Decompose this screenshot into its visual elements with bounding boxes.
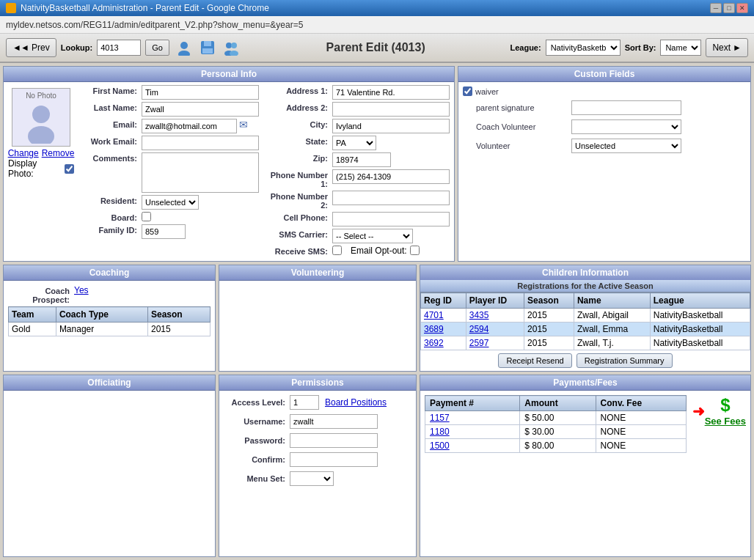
address-text: myldev.netsos.com/REG11/admin/editparent… (6, 20, 303, 30)
payments-content: Payment # Amount Conv. Fee 1157 $ 50.00 … (425, 395, 746, 453)
conv-fee-cell: NONE (596, 411, 686, 425)
work-email-input[interactable] (142, 136, 259, 150)
save-icon-button[interactable] (197, 37, 218, 58)
last-name-input[interactable] (142, 102, 259, 117)
address2-input[interactable] (332, 102, 450, 117)
permissions-body: Access Level: Board Positions Username: … (219, 391, 416, 495)
first-name-input[interactable] (142, 85, 259, 100)
email-optout-checkbox[interactable] (410, 246, 420, 255)
resident-select[interactable]: Unselected (142, 195, 199, 210)
see-fees-area: ➜ $ See Fees (692, 395, 746, 427)
password-input[interactable] (290, 433, 378, 448)
next-button[interactable]: Next ► (706, 38, 748, 57)
prev-button[interactable]: ◄ ◄ Prev (6, 38, 56, 57)
table-row: 1500 $ 80.00 NONE (425, 439, 687, 453)
col-conv-fee: Conv. Fee (596, 396, 686, 411)
coaching-body: Coach Prospect: Yes Team Coach Type Seas… (4, 281, 215, 341)
payments-panel: Payments/Fees Payment # Amount Conv. Fee (420, 375, 751, 557)
permissions-header: Permissions (219, 375, 416, 391)
email-input[interactable] (142, 119, 237, 133)
phone2-input[interactable] (332, 191, 450, 205)
people-icon-button[interactable] (221, 37, 241, 58)
go-button[interactable]: Go (145, 40, 169, 56)
payments-table: Payment # Amount Conv. Fee 1157 $ 50.00 … (425, 395, 687, 453)
volunteer-select[interactable]: Unselected (571, 139, 681, 153)
col-season: Season (524, 293, 574, 309)
username-label: Username: (224, 417, 290, 426)
change-photo-link[interactable]: Change (8, 148, 39, 158)
custom-fields-header: Custom Fields (458, 67, 750, 82)
col-player-id: Player ID (466, 293, 524, 309)
parent-sig-row: parent signature (463, 100, 746, 115)
access-level-input[interactable] (290, 395, 319, 410)
maximize-button[interactable]: □ (723, 3, 735, 13)
receipt-resend-button[interactable]: Receipt Resend (498, 353, 571, 368)
waiver-checkbox[interactable] (463, 86, 472, 96)
address1-input[interactable] (332, 85, 450, 100)
coach-vol-select[interactable] (571, 119, 681, 134)
remove-photo-link[interactable]: Remove (42, 148, 75, 158)
reg-id-cell: 4701 (421, 309, 466, 323)
svg-rect-4 (202, 48, 213, 54)
close-button[interactable]: ✕ (736, 3, 748, 13)
league-select[interactable]: NativityBasketb (546, 40, 621, 56)
email-optout-label: Email Opt-out: (351, 246, 407, 256)
col-league: League (650, 293, 750, 309)
amount-cell: $ 30.00 (520, 425, 596, 439)
payment-num-cell: 1180 (425, 425, 520, 439)
season-cell: 2015 (524, 309, 574, 323)
coach-prospect-value[interactable]: Yes (74, 285, 89, 295)
cell-input[interactable] (332, 212, 450, 226)
zip-input[interactable] (332, 152, 391, 167)
receive-sms-checkbox[interactable] (332, 246, 342, 255)
password-label: Password: (224, 436, 290, 445)
family-id-input[interactable] (142, 224, 186, 239)
volunteer-row: Volunteer Unselected (463, 139, 746, 153)
lookup-input[interactable] (97, 40, 141, 56)
volunteer-label: Volunteer (476, 141, 571, 150)
col-name: Name (574, 293, 650, 309)
phone1-row: Phone Number 1: (266, 169, 450, 188)
phone1-input[interactable] (332, 169, 450, 184)
parent-sig-input[interactable] (571, 100, 681, 115)
toolbar-icons (174, 37, 241, 58)
left-section: No Photo Change Remove (8, 85, 259, 258)
state-select[interactable]: PA (332, 136, 376, 150)
coaching-header: Coaching (4, 265, 215, 281)
confirm-input[interactable] (290, 452, 378, 467)
state-label: State: (266, 136, 332, 146)
top-panels-row: Personal Info No Photo (3, 66, 751, 262)
cell-label: Cell Phone: (266, 212, 332, 222)
conv-fee-cell: NONE (596, 425, 686, 439)
email-icon[interactable]: ✉ (239, 119, 248, 130)
menu-set-select[interactable] (290, 471, 334, 486)
display-photo-checkbox[interactable] (65, 164, 74, 174)
see-fees-link[interactable]: See Fees (705, 416, 746, 427)
address2-label: Address 2: (266, 102, 332, 112)
conv-fee-cell: NONE (596, 439, 686, 453)
season-cell: 2015 (524, 323, 574, 336)
comments-row: Comments: (76, 152, 259, 193)
custom-fields-panel: Custom Fields waiver parent signature Co… (458, 66, 751, 262)
username-input[interactable] (290, 414, 378, 429)
coach-prospect-row: Coach Prospect: Yes (8, 285, 211, 304)
name-cell: Zwall, Abigail (574, 309, 650, 323)
payments-table-wrapper: Payment # Amount Conv. Fee 1157 $ 50.00 … (425, 395, 687, 453)
sms-carrier-select[interactable]: -- Select -- (332, 229, 413, 243)
minimize-button[interactable]: ─ (710, 3, 722, 13)
confirm-row: Confirm: (224, 452, 411, 467)
first-name-row: First Name: (76, 85, 259, 100)
sortby-select[interactable]: Name (660, 40, 701, 56)
reg-summary-button[interactable]: Registration Summary (577, 353, 673, 368)
user-icon-button[interactable] (174, 37, 194, 58)
board-positions-link[interactable]: Board Positions (325, 397, 387, 408)
city-input[interactable] (332, 119, 450, 133)
comments-textarea[interactable] (142, 152, 259, 193)
col-team: Team (9, 307, 56, 323)
board-checkbox[interactable] (142, 212, 151, 221)
family-id-row: Family ID: (76, 224, 259, 239)
work-email-label: Work Email: (76, 136, 142, 146)
children-buttons: Receipt Resend Registration Summary (420, 350, 750, 371)
page-title: Parent Edit (4013) (246, 41, 506, 54)
league-cell: NativityBasketball (650, 323, 750, 336)
